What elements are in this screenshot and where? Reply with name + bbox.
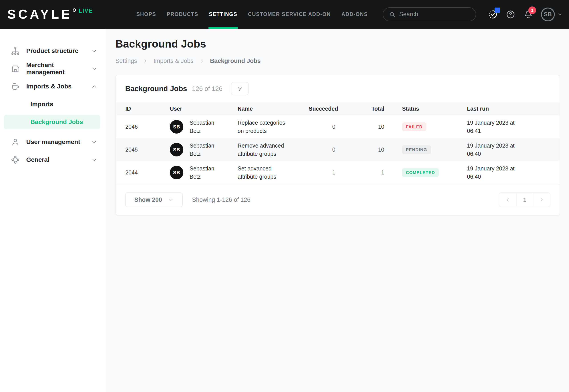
card-title: Background Jobs (125, 84, 187, 93)
cell-id: 2044 (125, 169, 170, 176)
breadcrumb-item-background-jobs: Background Jobs (210, 57, 261, 64)
page-size-select[interactable]: Show 200 (125, 193, 183, 207)
column-header-user: User (170, 106, 238, 112)
breadcrumb-item-imports-jobs[interactable]: Imports & Jobs (154, 57, 194, 64)
live-badge: LIVE (79, 8, 93, 14)
sidebar-item-label: Imports & Jobs (26, 83, 91, 90)
topbar: SCAYLE LIVE SHOPSPRODUCTSSETTINGSCUSTOME… (0, 0, 569, 29)
nav-item-add-ons[interactable]: ADD-ONS (336, 0, 373, 29)
page-size-label: Show 200 (134, 196, 162, 203)
next-page-button[interactable] (533, 193, 550, 207)
sidebar-item-imports-jobs[interactable]: Imports & Jobs (0, 78, 106, 95)
table-row[interactable]: 2045SBSebastian BetzRemove advanced attr… (116, 138, 560, 161)
chevron-down-icon (91, 157, 97, 163)
table-row[interactable]: 2044SBSebastian BetzSet advanced attribu… (116, 161, 560, 184)
column-header-name: Name (238, 106, 309, 112)
store-icon (11, 64, 20, 73)
table-row[interactable]: 2046SBSebastian BetzReplace categories o… (116, 115, 560, 138)
column-header-status: Status (384, 106, 467, 112)
cell-user: SBSebastian Betz (170, 141, 238, 158)
cell-last-run: 19 January 2023 at 06:40 (467, 165, 550, 181)
question-icon (506, 10, 515, 19)
user-name: Sebastian Betz (190, 165, 218, 181)
cell-last-run: 19 January 2023 at 06:40 (467, 141, 550, 158)
last-run-value: 19 January 2023 at 06:40 (467, 165, 516, 181)
filter-button[interactable] (231, 82, 249, 95)
card-header: Background Jobs 126 of 126 (116, 75, 560, 102)
task-status-badge (495, 8, 500, 13)
nav-item-settings[interactable]: SETTINGS (204, 0, 243, 29)
avatar: SB (170, 143, 183, 156)
sidebar-item-label: Merchant management (26, 62, 91, 76)
chevron-right-icon (143, 59, 148, 64)
cell-name: Set advanced attribute groups (238, 165, 309, 181)
last-run-value: 19 January 2023 at 06:40 (467, 141, 516, 158)
table-header: IDUserNameSucceededTotalStatusLast run (116, 102, 560, 115)
cell-user: SBSebastian Betz (170, 165, 238, 181)
sidebar-item-general[interactable]: General (0, 151, 106, 169)
cell-total: 1 (335, 169, 384, 176)
cell-name: Replace categories on products (238, 119, 309, 135)
status-badge: PENDING (402, 145, 431, 154)
avatar: SB (170, 166, 183, 179)
breadcrumb: SettingsImports & JobsBackground Jobs (115, 57, 560, 64)
last-run-value: 19 January 2023 at 06:41 (467, 119, 516, 135)
funnel-icon (237, 86, 243, 92)
page-title: Background Jobs (115, 38, 560, 50)
hierarchy-icon (11, 46, 20, 56)
chevron-left-icon (505, 197, 510, 202)
sidebar-item-label: User management (26, 139, 91, 146)
notification-count-badge: 1 (528, 6, 536, 14)
status-badge: FAILED (402, 123, 426, 131)
showing-label: Showing 1-126 of 126 (192, 196, 251, 203)
job-name: Replace categories on products (238, 119, 292, 135)
cell-last-run: 19 January 2023 at 06:41 (467, 119, 550, 135)
current-page-button[interactable]: 1 (516, 193, 533, 207)
sidebar-item-merchant-management[interactable]: Merchant management (0, 60, 106, 78)
table-footer: Show 200 Showing 1-126 of 126 1 (116, 184, 560, 215)
sidebar-item-label: Product structure (26, 47, 91, 55)
prev-page-button[interactable] (499, 193, 516, 207)
chevron-down-icon (91, 139, 97, 145)
avatar: SB (170, 120, 183, 134)
chevron-up-icon (91, 83, 97, 90)
cell-id: 2045 (125, 146, 170, 153)
scayle-logo[interactable]: SCAYLE LIVE (7, 8, 93, 21)
column-header-last-run: Last run (467, 106, 550, 112)
nav-item-shops[interactable]: SHOPS (131, 0, 162, 29)
breadcrumb-item-settings[interactable]: Settings (115, 57, 137, 64)
cell-name: Remove advanced attribute groups (238, 141, 309, 158)
avatar: SB (541, 8, 555, 21)
main-content: Background Jobs SettingsImports & JobsBa… (106, 29, 569, 392)
topbar-right: 1 SB (383, 7, 562, 21)
table-body: 2046SBSebastian BetzReplace categories o… (116, 115, 560, 184)
card-count: 126 of 126 (192, 85, 223, 92)
help-button[interactable] (505, 9, 516, 20)
search-box (383, 7, 476, 21)
cell-id: 2046 (125, 124, 170, 130)
mug-icon (11, 82, 20, 91)
sidebar-item-background-jobs[interactable]: Background Jobs (4, 115, 100, 129)
background-jobs-card: Background Jobs 126 of 126 IDUserNameSuc… (115, 75, 560, 216)
column-header-succeeded: Succeeded (309, 106, 335, 112)
nav-item-products[interactable]: PRODUCTS (161, 0, 204, 29)
sidebar-item-product-structure[interactable]: Product structure (0, 42, 106, 60)
cell-user: SBSebastian Betz (170, 119, 238, 135)
sidebar-item-user-management[interactable]: User management (0, 133, 106, 151)
sidebar-item-imports[interactable]: Imports (0, 95, 106, 113)
task-status-button[interactable] (488, 9, 498, 20)
nav-item-customer-service-add-on[interactable]: CUSTOMER SERVICE ADD-ON (243, 0, 336, 29)
notifications-button[interactable]: 1 (523, 9, 533, 20)
cell-status: PENDING (384, 145, 467, 154)
column-header-total: Total (335, 106, 384, 112)
cell-total: 10 (335, 124, 384, 130)
user-menu[interactable]: SB (541, 8, 562, 21)
search-icon (389, 11, 396, 18)
job-name: Remove advanced attribute groups (238, 141, 292, 158)
pagination: 1 (499, 193, 550, 207)
search-input[interactable] (399, 11, 470, 18)
chevron-down-icon (168, 197, 174, 202)
chevron-right-icon (199, 59, 204, 64)
user-name: Sebastian Betz (190, 141, 218, 158)
cell-succeeded: 0 (309, 146, 335, 153)
